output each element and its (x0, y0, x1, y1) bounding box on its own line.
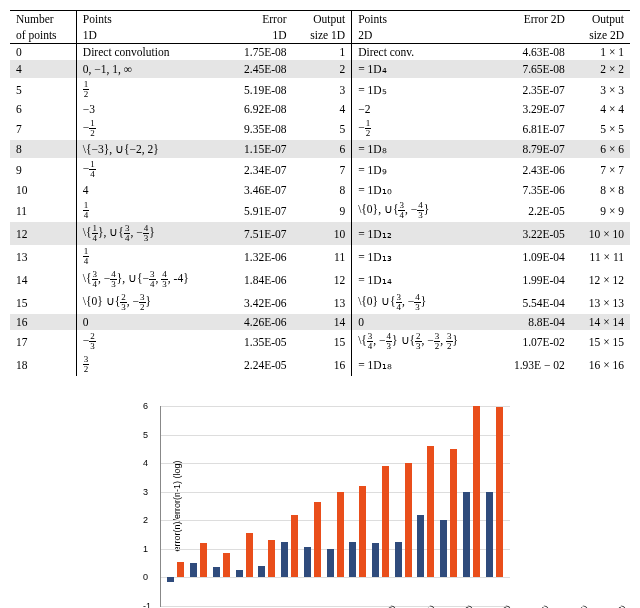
hdr-o2d-a: Output (571, 11, 630, 28)
bar-group (279, 406, 302, 606)
bar-2d (337, 492, 344, 578)
hdr-num-b: of points (10, 27, 76, 44)
bar-group (324, 406, 347, 606)
table-row: 40, −1, 1, ∞2.45E-082= 1D₄7.65E-082 × 2 (10, 60, 630, 78)
x-tick: 14 (14x14) (518, 603, 551, 608)
table-row: 9−142.34E-077= 1D₉2.43E-067 × 7 (10, 158, 630, 181)
bar-2d (405, 463, 412, 577)
bar-1d (304, 547, 311, 577)
table-row: 13141.32E-0611= 1D₁₃1.09E-0411 × 11 (10, 245, 630, 268)
table-row: 12\{14}, ∪{34, −43}7.51E-0710= 1D₁₂3.22E… (10, 222, 630, 245)
bar-1d (327, 549, 334, 578)
bar-group (461, 406, 484, 606)
bar-2d (359, 486, 366, 577)
bar-2d (246, 533, 253, 577)
bar-group (256, 406, 279, 606)
bar-2d (223, 553, 230, 577)
hdr-p2d-a: Points (352, 11, 493, 28)
bar-1d (463, 492, 470, 578)
hdr-o2d-b: size 2D (571, 27, 630, 44)
table-row: 18322.24E-0516= 1D₁₈1.93E − 0216 × 16 (10, 353, 630, 376)
table-row: 6−36.92E-084−23.29E-074 × 4 (10, 101, 630, 117)
hdr-e1d-b: 1D (224, 27, 292, 44)
hdr-e2d: Error 2D (492, 11, 571, 28)
bar-2d (177, 562, 184, 578)
bar-2d (314, 502, 321, 578)
bar-1d (372, 543, 379, 577)
bar-1d (213, 567, 220, 577)
y-tick: 1 (143, 544, 148, 554)
y-tick: 0 (143, 572, 148, 582)
y-tick: -1 (143, 601, 151, 608)
hdr-p1d-b: 1D (76, 27, 224, 44)
bar-2d (473, 406, 480, 577)
bar-2d (291, 515, 298, 578)
bar-2d (268, 540, 275, 577)
bar-1d (486, 492, 493, 578)
bar-group (392, 406, 415, 606)
bar-group (370, 406, 393, 606)
bar-group (233, 406, 256, 606)
y-tick: 6 (143, 401, 148, 411)
y-tick: 5 (143, 430, 148, 440)
bar-1d (440, 520, 447, 577)
table-row: 7−129.35E-085−126.81E-075 × 5 (10, 117, 630, 140)
hdr-num-a: Number (10, 11, 76, 28)
table-row: 14\{34, −43}, ∪{−34, 43, -4}1.84E-0612= … (10, 268, 630, 291)
y-tick: 3 (143, 487, 148, 497)
bar-2d (496, 407, 503, 577)
bar-group (165, 406, 188, 606)
table-row: 0Direct convolution1.75E-081Direct conv.… (10, 44, 630, 61)
data-table: Number Points Error Output Points Error … (10, 10, 630, 376)
bar-1d (236, 570, 243, 577)
bar-group (415, 406, 438, 606)
table-row: 15\{0} ∪{23, −32}3.42E-0613\{0} ∪{34, −4… (10, 291, 630, 314)
bar-1d (167, 577, 174, 581)
bar-1d (190, 563, 197, 577)
table-row: 17−231.35E-0515\{34, −43} ∪{23, −32, 32}… (10, 330, 630, 353)
table-row: 8\{−3}, ∪{−2, 2}1.15E-076= 1D₈8.79E-076 … (10, 140, 630, 158)
bar-chart: error(n)/error(n-1) (log) -10123456 2 (2… (130, 406, 510, 608)
bar-1d (281, 542, 288, 578)
bar-group (483, 406, 506, 606)
bar-group (210, 406, 233, 606)
hdr-o1d-b: size 1D (292, 27, 351, 44)
x-tick: 16 (16x16) (594, 603, 627, 608)
bar-group (347, 406, 370, 606)
bar-2d (427, 446, 434, 577)
bar-2d (200, 543, 207, 577)
hdr-p1d-a: Points (76, 11, 224, 28)
bar-1d (395, 542, 402, 578)
y-tick: 4 (143, 458, 148, 468)
y-tick: 2 (143, 515, 148, 525)
hdr-p2d-b: 2D (352, 27, 493, 44)
bar-group (438, 406, 461, 606)
table-row: 1043.46E-078= 1D₁₀7.35E-068 × 8 (10, 181, 630, 199)
bar-1d (417, 515, 424, 578)
table-row: 1604.26E-061408.8E-0414 × 14 (10, 314, 630, 330)
bar-1d (349, 542, 356, 578)
hdr-e1d-a: Error (224, 11, 292, 28)
x-tick: 15 (15x15) (556, 603, 589, 608)
hdr-o1d-a: Output (292, 11, 351, 28)
bar-group (188, 406, 211, 606)
table-row: 5125.19E-083= 1D₅2.35E-073 × 3 (10, 78, 630, 101)
table-row: 11145.91E-079\{0}, ∪{34, −43}2.2E-059 × … (10, 199, 630, 222)
bar-2d (382, 466, 389, 577)
bar-2d (450, 449, 457, 578)
bar-group (301, 406, 324, 606)
bar-1d (258, 566, 265, 577)
